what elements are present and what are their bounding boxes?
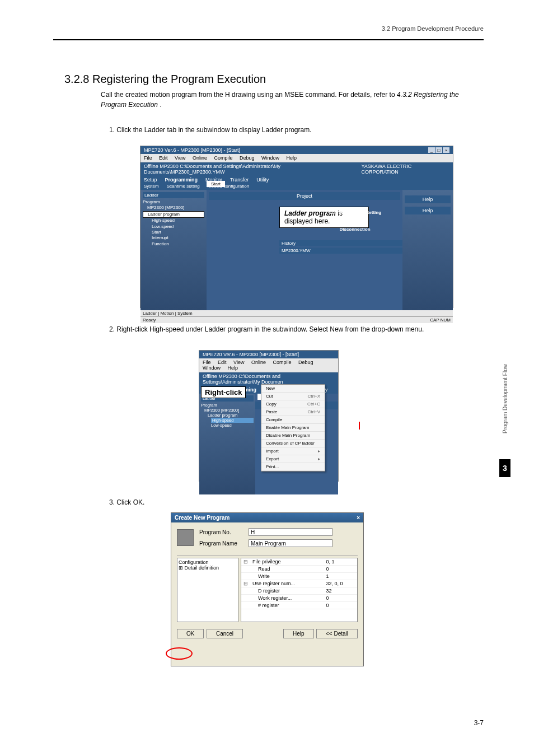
ctx-ladder-prog[interactable]: Ladder program xyxy=(201,413,254,418)
leftlist-detail[interactable]: ⊞ Detail definition xyxy=(179,565,237,571)
dialog-titlebar: Create New Program × xyxy=(171,513,363,522)
ctx-menu-help[interactable]: Help xyxy=(228,365,238,371)
tab-utility[interactable]: Utility xyxy=(256,177,269,183)
dialog-icon xyxy=(177,529,194,546)
ctx-item-import[interactable]: Import▸ xyxy=(261,447,325,455)
ctx-menu-debug[interactable]: Debug xyxy=(298,360,313,365)
grid-value: 32, 0, 0 xyxy=(324,580,357,587)
header-rule xyxy=(53,39,484,40)
tree-program: Program xyxy=(143,199,204,205)
ctx-item-export[interactable]: Export▸ xyxy=(261,455,325,463)
help-panel: Help Help xyxy=(402,190,453,310)
bottom-tab-ladder[interactable]: Ladder xyxy=(143,311,157,316)
comm-setting[interactable]: Communications Setting xyxy=(313,210,397,215)
ctx-item-copy-label: Copy xyxy=(266,402,277,407)
ctx-item-compile[interactable]: Compile xyxy=(261,416,325,424)
ctx-item-disable[interactable]: Disable Main Program xyxy=(261,432,325,440)
ctx-item-print[interactable]: Print... xyxy=(261,463,325,471)
connection[interactable]: Connection xyxy=(313,218,397,223)
grid-row-read[interactable]: Read0 xyxy=(241,566,357,573)
grid-label: # register xyxy=(250,602,324,609)
ctx-item-new-label: New xyxy=(266,386,275,391)
detail-button[interactable]: << Detail xyxy=(316,629,358,638)
grid-row-file-priv[interactable]: ⊟File privilege0, 1 xyxy=(241,558,357,566)
start-tab[interactable]: Start xyxy=(207,181,225,187)
grid-row-workreg[interactable]: Work register...0 xyxy=(241,595,357,602)
tree-start[interactable]: Start xyxy=(143,230,204,235)
ctx-menu-edit[interactable]: Edit xyxy=(218,360,227,365)
sidebar-bottom-tabs: Ladder | Motion | System xyxy=(140,310,453,316)
step-1: 1. Click the Ladder tab in the subwindow… xyxy=(109,126,312,134)
status-ready: Ready xyxy=(143,318,156,323)
maximize-icon[interactable]: □ xyxy=(435,147,442,153)
cancel-button[interactable]: Cancel xyxy=(207,629,243,638)
menu-edit[interactable]: Edit xyxy=(159,155,168,161)
tab-setup[interactable]: Setup xyxy=(144,177,157,183)
tree-function[interactable]: Function xyxy=(143,241,204,247)
bottom-tab-system[interactable]: System xyxy=(177,311,193,316)
tree-low-speed[interactable]: Low-speed xyxy=(143,224,204,230)
connection-panel: Communications Setting Connection Discon… xyxy=(313,207,397,235)
history-item[interactable]: MP2300.YMW xyxy=(279,248,402,254)
menu-file[interactable]: File xyxy=(144,155,152,161)
ctx-item-copy[interactable]: CopyCtrl+C xyxy=(261,400,325,408)
help-button-2[interactable]: Help xyxy=(405,207,451,214)
ctx-low-speed[interactable]: Low-speed xyxy=(201,423,254,428)
help-button-1[interactable]: Help xyxy=(405,195,451,203)
progname-input[interactable]: Main Program xyxy=(249,539,332,547)
grid-label: Write xyxy=(250,573,324,580)
menu-compile[interactable]: Compile xyxy=(214,155,232,161)
progno-input[interactable]: H xyxy=(249,528,332,536)
grid-row-usereg[interactable]: ⊟Use register num...32, 0, 0 xyxy=(241,580,357,587)
ctx-item-convert[interactable]: Conversion of CP ladder xyxy=(261,440,325,447)
minimize-icon[interactable]: _ xyxy=(428,147,435,153)
history-panel: History MP2300.YMW xyxy=(279,240,402,254)
ctx-menu-compile[interactable]: Compile xyxy=(273,360,291,365)
ctx-item-paste[interactable]: PasteCtrl+V xyxy=(261,408,325,416)
menu-help[interactable]: Help xyxy=(287,155,297,161)
context-menu: New CutCtrl+X CopyCtrl+C PasteCtrl+V Com… xyxy=(261,384,325,472)
sidebar-ladder-head: Ladder xyxy=(143,192,204,198)
ctx-submenu-icon-1: ▸ xyxy=(318,449,320,454)
menu-window[interactable]: Window xyxy=(261,155,279,161)
ctx-root[interactable]: MP2300 [MP2300] xyxy=(201,408,254,413)
ctx-menu-online[interactable]: Online xyxy=(251,360,266,365)
ctx-menu-view[interactable]: View xyxy=(233,360,244,365)
tree-root[interactable]: MP2300 [MP2300] xyxy=(143,205,204,211)
step-1-text: 1. Click the Ladder tab in the subwindow… xyxy=(109,126,312,134)
intro-post: . xyxy=(160,101,161,109)
help-button[interactable]: Help xyxy=(283,629,314,638)
tab-programming[interactable]: Programming xyxy=(165,177,198,183)
close-icon[interactable]: × xyxy=(443,147,449,153)
step-3-text: 3. Click OK. xyxy=(109,498,144,506)
ctx-submenu-icon-2: ▸ xyxy=(318,456,320,461)
ctx-high-speed[interactable]: High-speed xyxy=(211,418,254,423)
ctx-item-cut[interactable]: CutCtrl+X xyxy=(261,393,325,400)
grid-label: Work register... xyxy=(250,595,324,602)
pathbar-left: Offline MP2300 C:\Documents and Settings… xyxy=(144,164,361,175)
grid-row-dreg[interactable]: D register32 xyxy=(241,587,357,595)
ctx-menu-file[interactable]: File xyxy=(203,360,211,365)
ide-titlebar: MPE720 Ver.6 - MP2300 [MP2300] - [Start]… xyxy=(140,146,453,154)
ctx-program: Program xyxy=(201,403,254,408)
tab-transfer[interactable]: Transfer xyxy=(230,177,249,183)
ctx-item-new[interactable]: New xyxy=(261,385,325,393)
ctx-menu-window[interactable]: Window xyxy=(203,365,221,371)
menu-online[interactable]: Online xyxy=(193,155,207,161)
menu-debug[interactable]: Debug xyxy=(240,155,255,161)
subtab-system[interactable]: System xyxy=(144,184,159,189)
leftlist-config[interactable]: Configuration xyxy=(179,559,237,565)
disconnection[interactable]: Disconnection xyxy=(313,227,397,232)
menu-view[interactable]: View xyxy=(175,155,185,161)
ctx-item-enable[interactable]: Enable Main Program xyxy=(261,424,325,432)
bottom-tab-motion[interactable]: Motion xyxy=(160,311,174,316)
ok-button[interactable]: OK xyxy=(177,629,204,638)
tree-ladder-program[interactable]: Ladder program xyxy=(143,211,204,218)
tree-interrupt[interactable]: Interrupt xyxy=(143,235,204,241)
tree-high-speed[interactable]: High-speed xyxy=(143,218,204,223)
grid-row-hreg[interactable]: # register0 xyxy=(241,602,357,609)
grid-value: 0, 1 xyxy=(324,558,357,566)
subtab-scantime[interactable]: Scantime setting xyxy=(167,184,200,189)
grid-row-write[interactable]: Write1 xyxy=(241,573,357,580)
dialog-close-icon[interactable]: × xyxy=(357,515,360,521)
